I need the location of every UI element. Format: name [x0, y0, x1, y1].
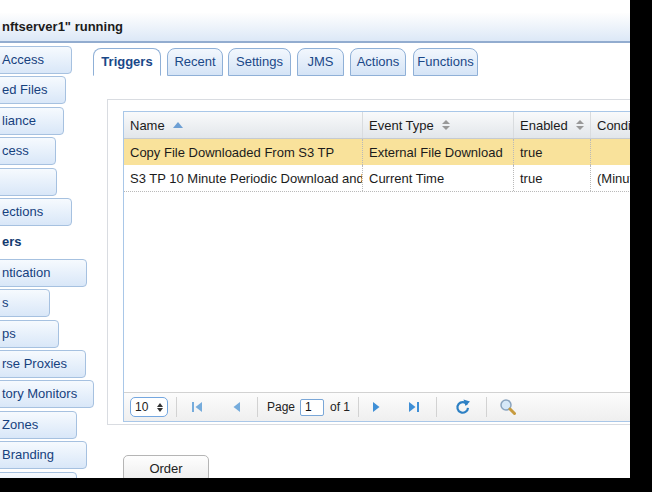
sidebar-item-label: ers — [2, 234, 22, 249]
table-row[interactable]: S3 TP 10 Minute Periodic Download and De… — [124, 165, 651, 192]
next-page-button[interactable] — [371, 400, 383, 414]
refresh-icon — [454, 399, 471, 416]
cell-event-type: Current Time — [362, 165, 513, 191]
cell-event-type: External File Download — [362, 139, 513, 165]
sidebar-item-access-2[interactable]: cess — [0, 137, 56, 165]
sidebar-item-banned-files[interactable]: ed Files — [0, 76, 66, 104]
tab-settings[interactable]: Settings — [228, 48, 291, 76]
app-window: nftserver1" running Access ed Files lian… — [0, 0, 652, 492]
tab-label: Settings — [236, 54, 283, 69]
column-header-label: Enabled — [520, 118, 568, 133]
toolbar-separator — [358, 397, 359, 417]
page-input[interactable] — [300, 399, 324, 416]
tab-jms[interactable]: JMS — [297, 48, 344, 76]
previous-page-icon — [230, 400, 242, 414]
tab-recent[interactable]: Recent — [167, 48, 223, 76]
sort-both-icon — [576, 120, 584, 130]
window-title: nftserver1" running — [0, 13, 630, 41]
tab-label: Functions — [417, 54, 473, 69]
tab-actions[interactable]: Actions — [350, 48, 406, 76]
first-page-icon — [190, 400, 204, 414]
toolbar-separator — [176, 397, 177, 417]
column-header-label: Event Type — [369, 118, 434, 133]
first-page-button[interactable] — [190, 400, 204, 414]
sidebar-item-label: Branding — [2, 447, 54, 462]
sidebar-item-reverse-proxies[interactable]: rse Proxies — [0, 350, 86, 378]
tab-label: Triggers — [101, 54, 152, 69]
refresh-button[interactable] — [454, 399, 471, 416]
page-size-value: 10 — [135, 400, 148, 414]
search-icon — [499, 398, 517, 416]
cell-enabled: true — [513, 139, 590, 165]
last-page-button[interactable] — [407, 400, 421, 414]
sort-both-icon — [442, 120, 450, 130]
previous-page-button[interactable] — [230, 400, 242, 414]
sidebar-item-directory-monitors[interactable]: tory Monitors — [0, 380, 94, 408]
sidebar-item-label: Access — [2, 52, 44, 67]
sidebar-item-triggers-selected[interactable]: ers — [2, 228, 22, 256]
column-header-event-type[interactable]: Event Type — [362, 112, 513, 138]
tab-label: Actions — [357, 54, 400, 69]
sidebar-item-label: liance — [2, 113, 36, 128]
toolbar-separator — [436, 397, 437, 417]
sidebar-item-access[interactable]: Access — [0, 46, 72, 74]
sidebar-item-label: s — [2, 295, 9, 310]
triggers-table: Name Event Type Enabled Condition Copy F… — [123, 111, 652, 422]
sidebar-item-drop-zones[interactable]: Zones — [0, 411, 77, 439]
search-button[interactable] — [499, 398, 517, 416]
sidebar-item-compliance[interactable]: liance — [0, 107, 64, 135]
sidebar-item-label: tory Monitors — [2, 386, 77, 401]
sidebar-item-label: ntication — [2, 265, 50, 280]
sidebar-item-connections[interactable]: ections — [0, 198, 72, 226]
tab-triggers[interactable]: Triggers — [93, 48, 161, 76]
page-count-label: of 1 — [330, 400, 350, 414]
sidebar-item-label: ections — [2, 204, 43, 219]
toolbar-separator — [486, 397, 487, 417]
tab-label: Recent — [174, 54, 215, 69]
order-button-label: Order — [149, 461, 182, 476]
sidebar-item-label: rse Proxies — [2, 356, 67, 371]
screen-edge-black-right — [630, 0, 652, 492]
cell-enabled: true — [513, 165, 590, 191]
table-header-row: Name Event Type Enabled Condition — [124, 112, 651, 139]
page-size-select[interactable]: 10 — [130, 397, 168, 417]
window-title-bar: nftserver1" running — [0, 13, 630, 43]
select-stepper-icon — [157, 403, 163, 412]
next-page-icon — [371, 400, 383, 414]
sidebar-item-users[interactable]: s — [0, 289, 50, 317]
page-label: Page — [267, 400, 295, 414]
toolbar-separator — [257, 397, 258, 417]
sidebar-item-label: Zones — [2, 417, 38, 432]
sidebar-item-branding[interactable]: Branding — [0, 441, 87, 469]
sidebar-item-authentication[interactable]: ntication — [0, 259, 87, 287]
table-empty-area — [124, 192, 651, 392]
table-row[interactable]: Copy File Downloaded From S3 TP External… — [124, 139, 651, 165]
cell-name: Copy File Downloaded From S3 TP — [124, 139, 362, 165]
column-header-enabled[interactable]: Enabled — [513, 112, 590, 138]
pagination-toolbar: 10 Page of 1 — [124, 392, 651, 421]
tab-functions[interactable]: Functions — [413, 48, 478, 76]
sort-ascending-icon — [173, 122, 183, 128]
screen-edge-black-bottom — [0, 478, 652, 492]
column-header-name[interactable]: Name — [124, 112, 362, 138]
sidebar-item-blank[interactable] — [0, 168, 57, 196]
last-page-icon — [407, 400, 421, 414]
sidebar-item-label: ed Files — [2, 82, 48, 97]
sidebar-item-groups[interactable]: ps — [0, 320, 59, 348]
sidebar-item-label: ps — [2, 326, 16, 341]
tab-label: JMS — [308, 54, 334, 69]
sidebar-item-label: cess — [2, 143, 29, 158]
column-header-label: Name — [130, 118, 165, 133]
cell-name: S3 TP 10 Minute Periodic Download and De — [124, 165, 362, 191]
